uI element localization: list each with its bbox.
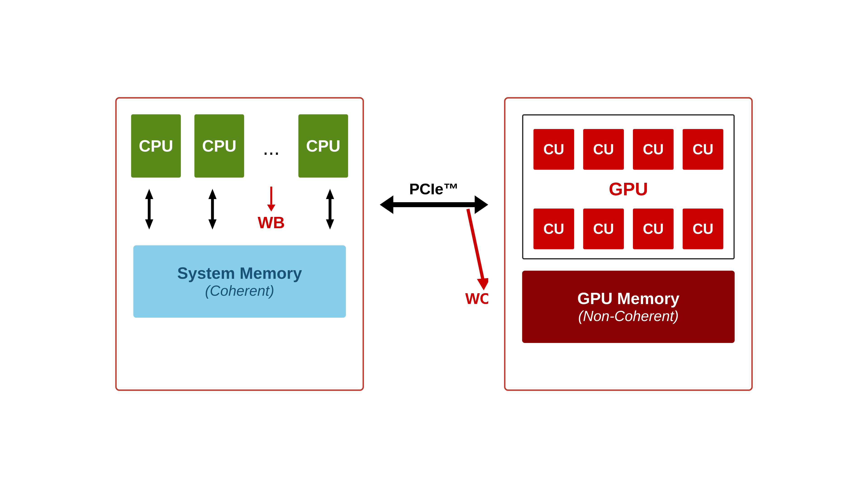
svg-rect-4 (211, 198, 214, 221)
cu-block-2-2: CU (583, 208, 624, 249)
cu-block-1-4: CU (683, 129, 723, 170)
system-memory-title: System Memory (177, 264, 302, 283)
cpu-row: CPU CPU ··· CPU (131, 114, 348, 177)
cu-row-2: CU CU CU CU (533, 208, 723, 249)
gpu-memory-block: GPU Memory (Non-Coherent) (522, 271, 735, 343)
diagram-container: CPU CPU ··· CPU (102, 84, 766, 404)
svg-rect-9 (329, 198, 332, 221)
pcie-svg: PCIe™ WC (380, 170, 488, 318)
gpu-memory-subtitle: (Non-Coherent) (578, 308, 679, 324)
cpu-arrow-1 (124, 187, 174, 232)
svg-marker-2 (145, 219, 153, 230)
svg-text:PCIe™: PCIe™ (409, 180, 459, 197)
middle-section: PCIe™ WC (377, 97, 491, 391)
cu-block-2-1: CU (533, 208, 574, 249)
svg-marker-10 (326, 219, 334, 230)
pcie-area: PCIe™ WC (377, 165, 491, 323)
cu-block-1-2: CU (583, 129, 624, 170)
svg-marker-3 (209, 189, 217, 199)
cu-block-2-4: CU (683, 208, 723, 249)
system-memory-block: System Memory (Coherent) (133, 246, 346, 318)
gpu-label: GPU (609, 179, 648, 199)
cpu-block-3: CPU (298, 114, 348, 177)
cpu-arrow-2 (188, 187, 237, 232)
cpu-block-1: CPU (131, 114, 181, 177)
cpu-block-2: CPU (194, 114, 244, 177)
svg-rect-6 (270, 187, 272, 204)
cu-block-2-3: CU (633, 208, 674, 249)
cpu-arrows-row: WB (124, 184, 355, 234)
system-memory-subtitle: (Coherent) (205, 283, 274, 299)
cu-row-1: CU CU CU CU (533, 129, 723, 170)
svg-rect-1 (148, 198, 151, 221)
svg-line-15 (468, 209, 484, 284)
svg-marker-16 (477, 278, 488, 290)
svg-text:WC: WC (465, 290, 488, 307)
svg-marker-7 (267, 204, 276, 212)
wb-container: WB (251, 187, 291, 232)
svg-marker-5 (209, 219, 217, 230)
gpu-memory-title: GPU Memory (577, 289, 680, 308)
cpu-arrow-3 (305, 187, 355, 232)
svg-marker-13 (475, 195, 488, 214)
gpu-inner-box: CU CU CU CU GPU CU CU CU CU (522, 114, 735, 259)
svg-marker-12 (380, 195, 393, 214)
cu-block-1-3: CU (633, 129, 674, 170)
cu-block-1-1: CU (533, 129, 574, 170)
cpu-dots: ··· (258, 141, 285, 164)
gpu-side-box: CU CU CU CU GPU CU CU CU CU GPU Memory (… (504, 97, 753, 391)
svg-marker-0 (145, 189, 153, 199)
wb-label: WB (258, 213, 285, 232)
svg-marker-8 (326, 189, 334, 199)
cpu-side-box: CPU CPU ··· CPU (115, 97, 364, 391)
svg-rect-11 (386, 202, 482, 207)
